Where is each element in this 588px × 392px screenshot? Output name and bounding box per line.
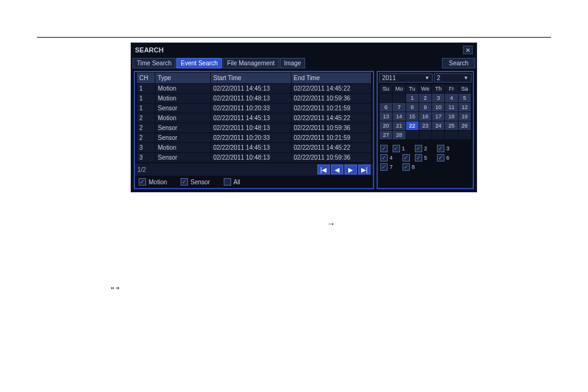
table-row[interactable]: 3Motion02/22/2011 14:45:1302/22/2011 14:… — [137, 143, 372, 153]
calendar-day[interactable]: 18 — [445, 112, 458, 121]
calendar-day[interactable]: 23 — [419, 121, 431, 131]
calendar-day[interactable]: 16 — [419, 112, 431, 121]
channel-7[interactable]: ✓7 — [380, 163, 399, 171]
calendar-day[interactable]: 27 — [380, 131, 393, 140]
calendar-day[interactable]: 21 — [393, 121, 406, 131]
calendar-day[interactable]: 2 — [419, 94, 431, 103]
table-row[interactable]: 2Sensor02/22/2011 10:48:1302/22/2011 10:… — [137, 123, 372, 133]
col-ch: CH — [137, 73, 155, 84]
table-row[interactable]: 1Sensor02/22/2011 10:20:3302/22/2011 10:… — [137, 104, 372, 113]
doc-body-text: → " " — [62, 217, 526, 298]
calendar-day[interactable]: 13 — [380, 112, 393, 121]
calendar-day[interactable]: 17 — [432, 112, 445, 121]
calendar-day[interactable]: 4 — [445, 94, 458, 103]
channel-3[interactable]: ✓3 — [437, 145, 455, 152]
channel-6[interactable]: ✓6 — [437, 154, 455, 161]
calendar-day[interactable]: 28 — [393, 131, 406, 140]
tab-event-search[interactable]: Event Search — [176, 58, 222, 68]
calendar-day[interactable]: 11 — [445, 103, 458, 112]
channel-all-2[interactable]: ✓ — [402, 154, 411, 161]
event-table: CH Type Start Time End Time 1Motion02/22… — [136, 72, 372, 163]
month-select[interactable]: 2▼ — [434, 73, 472, 83]
channel-2[interactable]: ✓2 — [415, 145, 433, 152]
col-end: End Time — [291, 73, 372, 84]
calendar-day[interactable]: 6 — [380, 103, 393, 112]
col-start: Start Time — [211, 73, 292, 84]
filter-motion-label: Motion — [149, 179, 167, 186]
pager-first-icon[interactable]: |◀ — [317, 165, 330, 174]
tab-time-search[interactable]: Time Search — [133, 58, 176, 68]
calendar-day[interactable]: 7 — [393, 103, 406, 112]
col-type: Type — [155, 73, 211, 84]
calendar-day-selected[interactable]: 22 — [406, 121, 419, 131]
calendar-day[interactable]: 8 — [406, 103, 419, 112]
calendar-day[interactable]: 20 — [380, 121, 393, 131]
table-row[interactable]: 3Sensor02/22/2011 10:48:1302/22/2011 10:… — [137, 153, 372, 163]
table-row[interactable]: 2Sensor02/22/2011 10:20:3302/22/2011 10:… — [137, 133, 372, 143]
channel-1[interactable]: ✓1 — [393, 145, 411, 152]
filter-motion[interactable]: ✓ Motion — [139, 178, 167, 186]
chevron-down-icon: ▼ — [425, 75, 430, 81]
filter-all[interactable]: All — [224, 178, 240, 186]
calendar-grid: Su Mo Tu We Th Fr Sa 12345 6789101112 13… — [379, 84, 472, 140]
chevron-down-icon: ▼ — [463, 75, 468, 81]
tab-image[interactable]: Image — [280, 58, 306, 68]
dialog-title: SEARCH — [135, 46, 163, 54]
calendar-day[interactable]: 14 — [393, 112, 406, 121]
table-row[interactable]: 1Motion02/22/2011 10:48:1302/22/2011 10:… — [137, 94, 372, 104]
pager-label: 1/2 — [137, 166, 317, 173]
calendar-day[interactable]: 24 — [432, 121, 445, 131]
filter-all-label: All — [234, 179, 240, 186]
tab-file-management[interactable]: File Management — [223, 58, 279, 68]
calendar-day[interactable]: 19 — [458, 112, 471, 121]
channel-all[interactable]: ✓ — [380, 145, 389, 152]
channel-4[interactable]: ✓4 — [380, 154, 399, 161]
calendar-day[interactable]: 25 — [445, 121, 458, 131]
calendar-day[interactable]: 3 — [432, 94, 445, 103]
pager-prev-icon[interactable]: ◀ — [331, 165, 343, 174]
checkbox-all[interactable] — [224, 178, 231, 186]
calendar-day[interactable]: 1 — [406, 94, 419, 103]
pager-next-icon[interactable]: ▶ — [345, 165, 357, 174]
event-list-panel: CH Type Start Time End Time 1Motion02/22… — [134, 71, 374, 189]
year-select[interactable]: 2011▼ — [379, 73, 433, 83]
search-dialog: SEARCH ✕ Time Search Event Search File M… — [131, 43, 477, 192]
checkbox-motion[interactable]: ✓ — [139, 178, 146, 186]
checkbox-sensor[interactable]: ✓ — [181, 178, 188, 186]
filter-sensor-label: Sensor — [190, 179, 210, 186]
calendar-day[interactable]: 10 — [432, 103, 445, 112]
search-button[interactable]: Search — [442, 58, 475, 68]
calendar-panel: 2011▼ 2▼ Su Mo Tu We Th Fr Sa — [377, 71, 474, 189]
pager-last-icon[interactable]: ▶| — [358, 165, 370, 174]
calendar-day[interactable]: 15 — [406, 112, 419, 121]
calendar-day[interactable]: 12 — [458, 103, 471, 112]
table-row[interactable]: 1Motion02/22/2011 14:45:1302/22/2011 14:… — [137, 84, 372, 94]
filter-sensor[interactable]: ✓ Sensor — [181, 178, 210, 186]
close-icon[interactable]: ✕ — [463, 46, 473, 54]
calendar-day[interactable]: 9 — [419, 103, 431, 112]
table-row[interactable]: 2Motion02/22/2011 14:45:1302/22/2011 14:… — [137, 113, 372, 123]
calendar-day[interactable]: 5 — [458, 94, 471, 103]
channel-5[interactable]: ✓5 — [415, 154, 433, 161]
calendar-day[interactable]: 26 — [458, 121, 471, 131]
channel-8[interactable]: ✓8 — [402, 163, 421, 171]
